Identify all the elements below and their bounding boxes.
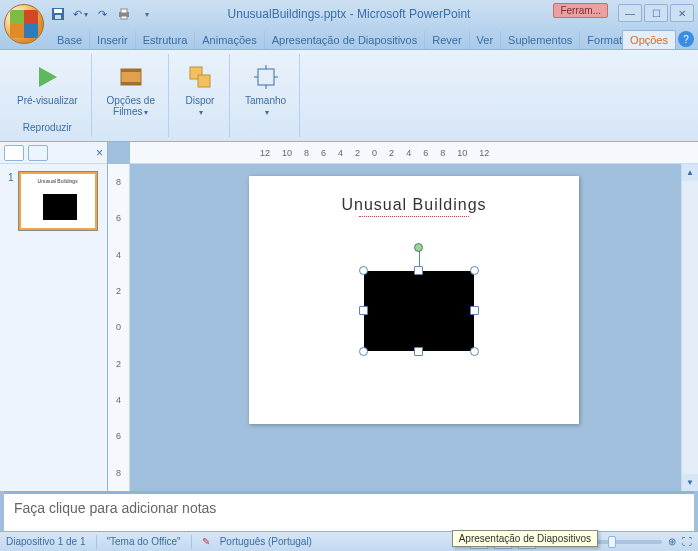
tab-ver[interactable]: Ver: [470, 31, 502, 49]
group-dispor: Dispor▾: [171, 54, 230, 137]
tab-rever[interactable]: Rever: [425, 31, 469, 49]
group-tamanho: Tamanho▾: [232, 54, 300, 137]
redo-icon[interactable]: ↷: [94, 6, 110, 22]
slides-panel: × 1 Unusual Buildings: [0, 142, 108, 491]
tab-suplementos[interactable]: Suplementos: [501, 31, 580, 49]
tab-apresentacao[interactable]: Apresentação de Diapositivos: [265, 31, 426, 49]
svg-rect-1: [54, 9, 62, 13]
work-area: × 1 Unusual Buildings 12108642024681012 …: [0, 142, 698, 531]
video-object[interactable]: [364, 271, 474, 351]
resize-handle[interactable]: [470, 306, 479, 315]
arrange-icon: [184, 61, 216, 93]
tooltip: Apresentação de Diapositivos: [452, 530, 598, 547]
slide[interactable]: Unusual Buildings: [249, 176, 579, 424]
slide-thumbnail[interactable]: 1 Unusual Buildings: [8, 172, 99, 232]
tab-opcoes[interactable]: Opções: [622, 30, 676, 49]
resize-handle[interactable]: [414, 347, 423, 356]
undo-icon[interactable]: ↶▾: [72, 6, 88, 22]
quick-access-toolbar: ↶▾ ↷ ▾: [50, 6, 154, 22]
qat-customize-icon[interactable]: ▾: [138, 6, 154, 22]
vertical-ruler: 864202468: [108, 164, 130, 491]
svg-rect-8: [121, 69, 141, 72]
media-placeholder[interactable]: [364, 271, 474, 351]
resize-handle[interactable]: [470, 347, 479, 356]
fit-to-window-button[interactable]: ⛶: [682, 536, 692, 547]
outline-tab-icon[interactable]: [28, 145, 48, 161]
size-button[interactable]: Tamanho▾: [240, 58, 291, 121]
tab-estrutura[interactable]: Estrutura: [136, 31, 196, 49]
group-reproduzir: Pré-visualizar Reproduzir: [4, 54, 92, 137]
svg-rect-2: [55, 15, 61, 19]
preview-button[interactable]: Pré-visualizar: [12, 58, 83, 109]
slide-counter: Diapositivo 1 de 1: [6, 536, 86, 547]
theme-name: "Tema do Office": [107, 536, 181, 547]
tab-base[interactable]: Base: [50, 31, 90, 49]
size-icon: [250, 61, 282, 93]
slides-tab-icon[interactable]: [4, 145, 24, 161]
notes-pane[interactable]: Faça clique para adicionar notas: [4, 491, 694, 531]
group-opcoes-filmes: Opções de Filmes▾: [94, 54, 169, 137]
play-icon: [31, 61, 63, 93]
contextual-tab-tools[interactable]: Ferram...: [553, 3, 608, 18]
film-icon: [115, 61, 147, 93]
slide-editor: 12108642024681012 864202468 Unusual Buil…: [108, 142, 698, 491]
window-title: UnusualBuildings.pptx - Microsoft PowerP…: [228, 7, 471, 21]
scroll-up-icon[interactable]: ▲: [682, 164, 698, 181]
close-button[interactable]: ✕: [670, 4, 694, 22]
svg-rect-12: [258, 69, 274, 85]
ribbon-tabs: Base Inserir Estrutura Animações Apresen…: [0, 28, 698, 50]
horizontal-ruler: 12108642024681012: [130, 142, 698, 164]
svg-marker-6: [39, 67, 57, 87]
resize-handle[interactable]: [470, 266, 479, 275]
panel-close-icon[interactable]: ×: [96, 146, 103, 160]
resize-handle[interactable]: [359, 266, 368, 275]
language-indicator[interactable]: Português (Portugal): [220, 536, 312, 547]
maximize-button[interactable]: ☐: [644, 4, 668, 22]
save-icon[interactable]: [50, 6, 66, 22]
movie-options-button[interactable]: Opções de Filmes▾: [102, 58, 160, 121]
group-title-reproduzir: Reproduzir: [23, 122, 72, 133]
arrange-button[interactable]: Dispor▾: [179, 58, 221, 121]
office-button[interactable]: [4, 4, 44, 44]
rotation-connector: [419, 251, 420, 267]
tab-inserir[interactable]: Inserir: [90, 31, 136, 49]
title-bar: ↶▾ ↷ ▾ UnusualBuildings.pptx - Microsoft…: [0, 0, 698, 28]
svg-rect-4: [121, 9, 127, 13]
ribbon: Pré-visualizar Reproduzir Opções de Film…: [0, 50, 698, 142]
spellcheck-icon[interactable]: ✎: [202, 536, 210, 547]
resize-handle[interactable]: [359, 347, 368, 356]
help-icon[interactable]: ?: [678, 31, 694, 47]
svg-rect-9: [121, 82, 141, 85]
print-icon[interactable]: [116, 6, 132, 22]
zoom-in-button[interactable]: ⊕: [668, 536, 676, 547]
slide-title-text[interactable]: Unusual Buildings: [249, 196, 579, 214]
minimize-button[interactable]: —: [618, 4, 642, 22]
svg-rect-5: [121, 16, 127, 19]
resize-handle[interactable]: [414, 266, 423, 275]
vertical-scrollbar[interactable]: ▲ ▼: [681, 164, 698, 491]
slide-canvas[interactable]: Unusual Buildings: [130, 164, 698, 491]
svg-rect-11: [198, 75, 210, 87]
rotation-handle[interactable]: [414, 243, 423, 252]
resize-handle[interactable]: [359, 306, 368, 315]
tab-animacoes[interactable]: Animações: [195, 31, 264, 49]
thumb-number: 1: [8, 172, 14, 183]
scroll-down-icon[interactable]: ▼: [682, 474, 698, 491]
